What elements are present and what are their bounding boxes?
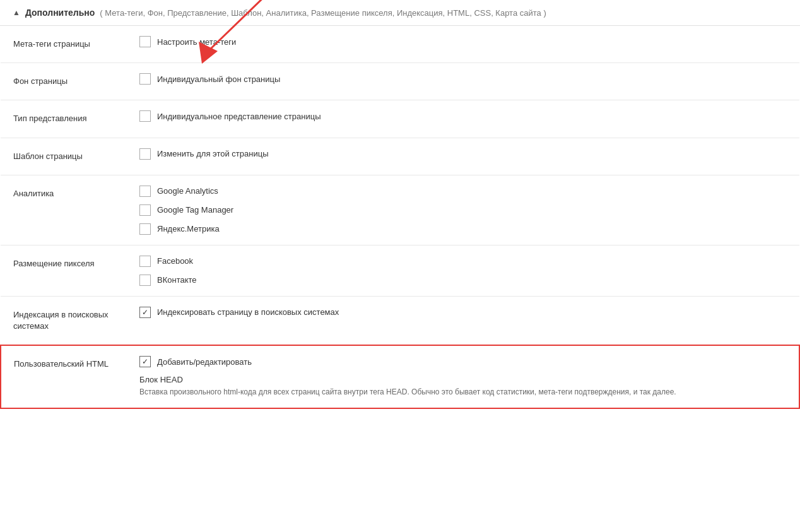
content-indexing: Индексировать страницу в поисковых систе…	[127, 296, 799, 345]
content-meta-tags: Настроить мета-теги	[127, 26, 799, 63]
section-subtitle: ( Мета-теги, Фон, Представление, Шаблон,…	[100, 8, 546, 18]
checkbox-row-meta-tags-checkbox: Настроить мета-теги	[139, 36, 787, 47]
label-custom-html-checkbox: Добавить/редактировать	[157, 357, 252, 367]
settings-table: Мета-теги страницыНастроить мета-тегиФон…	[0, 26, 800, 409]
yandex-metrika-checkbox[interactable]	[139, 223, 151, 235]
checkbox-row-custom-html-checkbox: Добавить/редактировать	[139, 356, 786, 367]
sub-item-description: Вставка произвольного html-кода для всех…	[139, 387, 786, 398]
checkbox-row-template-checkbox: Изменить для этой страницы	[139, 148, 787, 160]
label-yandex-metrika-checkbox: Яндекс.Метрика	[157, 224, 220, 233]
section-header: ▲ Дополнительно ( Мета-теги, Фон, Предст…	[0, 0, 800, 26]
background-checkbox[interactable]	[139, 73, 151, 85]
content-pixel: FacebookВКонтакте	[127, 245, 799, 296]
label-template-checkbox: Изменить для этой страницы	[157, 149, 268, 158]
content-background: Индивидуальный фон страницы	[127, 63, 799, 100]
label-indexing-checkbox: Индексировать страницу в поисковых систе…	[157, 307, 339, 317]
content-view-type: Индивидуальное представление страницы	[127, 100, 799, 138]
label-indexing: Индексация в поисковых системах	[1, 296, 127, 345]
checkbox-row-view-type-checkbox: Индивидуальное представление страницы	[139, 110, 787, 122]
label-meta-tags-checkbox: Настроить мета-теги	[157, 37, 236, 47]
label-analytics: Аналитика	[1, 175, 127, 245]
label-template: Шаблон страницы	[1, 138, 127, 175]
label-custom-html: Пользовательский HTML	[1, 345, 127, 408]
settings-row-template: Шаблон страницыИзменить для этой страниц…	[1, 138, 799, 175]
checkbox-row-indexing-checkbox: Индексировать страницу в поисковых систе…	[139, 307, 787, 318]
label-google-analytics-checkbox: Google Analytics	[157, 186, 218, 196]
settings-row-pixel: Размещение пикселяFacebookВКонтакте	[1, 245, 799, 296]
checkbox-row-facebook-checkbox: Facebook	[139, 256, 787, 267]
checkbox-row-vkontakte-checkbox: ВКонтакте	[139, 275, 787, 286]
label-view-type-checkbox: Индивидуальное представление страницы	[157, 112, 321, 121]
custom-html-checkbox[interactable]	[139, 356, 151, 367]
google-tag-manager-checkbox[interactable]	[139, 204, 151, 216]
section-title: Дополнительно	[25, 8, 95, 18]
vkontakte-checkbox[interactable]	[139, 275, 151, 286]
indexing-checkbox[interactable]	[139, 307, 151, 318]
label-vkontakte-checkbox: ВКонтакте	[157, 275, 197, 285]
template-checkbox[interactable]	[139, 148, 151, 160]
checkbox-row-background-checkbox: Индивидуальный фон страницы	[139, 73, 787, 85]
label-facebook-checkbox: Facebook	[157, 256, 193, 266]
checkbox-row-google-tag-manager-checkbox: Google Tag Manager	[139, 204, 787, 216]
content-custom-html: Добавить/редактироватьБлок HEADВставка п…	[127, 345, 799, 408]
settings-container: Мета-теги страницыНастроить мета-тегиФон…	[0, 26, 800, 409]
content-template: Изменить для этой страницы	[127, 138, 799, 175]
settings-row-meta-tags: Мета-теги страницыНастроить мета-теги	[1, 26, 799, 63]
settings-row-indexing: Индексация в поисковых системахИндексиро…	[1, 296, 799, 345]
settings-row-analytics: АналитикаGoogle AnalyticsGoogle Tag Mana…	[1, 175, 799, 245]
label-pixel: Размещение пикселя	[1, 245, 127, 296]
collapse-icon[interactable]: ▲	[13, 8, 20, 17]
label-meta-tags: Мета-теги страницы	[1, 26, 127, 63]
label-background-checkbox: Индивидуальный фон страницы	[157, 74, 280, 84]
sub-item-title: Блок HEAD	[139, 375, 786, 384]
content-analytics: Google AnalyticsGoogle Tag ManagerЯндекс…	[127, 175, 799, 245]
label-background: Фон страницы	[1, 63, 127, 100]
settings-row-view-type: Тип представленияИндивидуальное представ…	[1, 100, 799, 138]
checkbox-row-yandex-metrika-checkbox: Яндекс.Метрика	[139, 223, 787, 235]
settings-row-custom-html: Пользовательский HTMLДобавить/редактиров…	[1, 345, 799, 408]
view-type-checkbox[interactable]	[139, 110, 151, 122]
checkbox-row-google-analytics-checkbox: Google Analytics	[139, 186, 787, 197]
facebook-checkbox[interactable]	[139, 256, 151, 267]
label-view-type: Тип представления	[1, 100, 127, 138]
label-google-tag-manager-checkbox: Google Tag Manager	[157, 205, 233, 215]
settings-row-background: Фон страницыИндивидуальный фон страницы	[1, 63, 799, 100]
google-analytics-checkbox[interactable]	[139, 186, 151, 197]
meta-tags-checkbox[interactable]	[139, 36, 151, 47]
